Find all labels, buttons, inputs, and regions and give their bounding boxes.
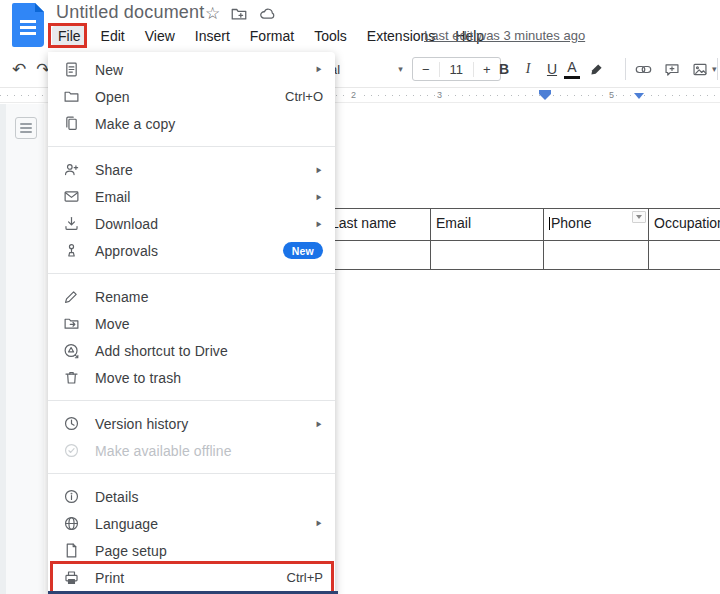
person-add-icon bbox=[62, 161, 80, 179]
table-cell-menu-button[interactable] bbox=[632, 211, 646, 223]
table-cell-empty[interactable] bbox=[431, 241, 544, 269]
menu-item-open[interactable]: Open Ctrl+O bbox=[48, 83, 335, 110]
font-size-decrease-button[interactable]: − bbox=[413, 62, 439, 77]
menu-item-share[interactable]: Share ► bbox=[48, 156, 335, 183]
table-header-occupation[interactable]: Occupation bbox=[649, 209, 720, 241]
menu-view[interactable]: View bbox=[139, 26, 181, 46]
submenu-arrow-icon: ► bbox=[315, 418, 323, 429]
info-icon bbox=[62, 488, 80, 506]
copy-icon bbox=[62, 115, 80, 133]
menu-item-move[interactable]: Move bbox=[48, 310, 335, 337]
menu-separator bbox=[48, 400, 335, 401]
text-color-button[interactable]: A bbox=[564, 59, 580, 79]
page-icon bbox=[62, 542, 80, 560]
document-outline-icon[interactable] bbox=[15, 117, 37, 139]
menu-item-label: Approvals bbox=[95, 243, 283, 259]
insert-image-icon[interactable] bbox=[691, 61, 709, 78]
google-docs-logo-icon[interactable] bbox=[12, 3, 44, 47]
menu-item-move-to-trash[interactable]: Move to trash bbox=[48, 364, 335, 391]
menu-format[interactable]: Format bbox=[244, 26, 300, 46]
folder-open-icon bbox=[62, 88, 80, 106]
table-header-label: Occupation bbox=[654, 215, 720, 231]
table-cell-empty[interactable] bbox=[649, 241, 720, 269]
menu-item-label: Move to trash bbox=[95, 370, 323, 386]
table-header-label: Email bbox=[436, 215, 471, 231]
download-icon bbox=[62, 215, 80, 233]
chevron-down-icon bbox=[636, 215, 642, 219]
menu-item-label: Version history bbox=[95, 416, 315, 432]
submenu-arrow-icon: ► bbox=[315, 191, 323, 202]
menu-item-label: Make available offline bbox=[95, 443, 323, 459]
menu-item-language[interactable]: Language ► bbox=[48, 510, 335, 537]
submenu-arrow-icon: ► bbox=[315, 64, 323, 75]
menu-item-label: Details bbox=[95, 489, 323, 505]
top-bar: Untitled document ☆ File Edit View Inser… bbox=[0, 0, 720, 50]
add-comment-icon[interactable] bbox=[663, 61, 681, 78]
menu-item-rename[interactable]: Rename bbox=[48, 283, 335, 310]
menu-item-new[interactable]: New ► bbox=[48, 56, 335, 83]
toolbar-divider bbox=[625, 58, 626, 80]
insert-image-dropdown-icon[interactable]: ▾ bbox=[712, 64, 717, 74]
document-title[interactable]: Untitled document bbox=[56, 2, 204, 23]
menu-item-label: New bbox=[95, 62, 315, 78]
menu-separator bbox=[48, 273, 335, 274]
submenu-arrow-icon: ► bbox=[315, 518, 323, 529]
insert-link-icon[interactable] bbox=[634, 61, 653, 78]
google-docs-window: Untitled document ☆ File Edit View Inser… bbox=[0, 0, 720, 594]
new-document-icon bbox=[62, 61, 80, 79]
bold-button[interactable]: B bbox=[492, 61, 516, 77]
highlight-pen-icon[interactable] bbox=[588, 61, 605, 78]
menu-item-make-a-copy[interactable]: Make a copy bbox=[48, 110, 335, 137]
menu-item-label: Make a copy bbox=[95, 116, 323, 132]
envelope-icon bbox=[62, 188, 80, 206]
move-folder-icon[interactable] bbox=[230, 5, 248, 23]
menu-item-approvals[interactable]: Approvals New bbox=[48, 237, 335, 264]
menu-item-make-available-offline: Make available offline bbox=[48, 437, 335, 464]
submenu-arrow-icon: ► bbox=[315, 164, 323, 175]
menu-item-page-setup[interactable]: Page setup bbox=[48, 537, 335, 564]
menu-separator bbox=[48, 146, 335, 147]
menu-edit[interactable]: Edit bbox=[95, 26, 131, 46]
file-highlight-box bbox=[48, 23, 87, 48]
document-left-margin bbox=[0, 104, 44, 594]
table-header-email[interactable]: Email bbox=[431, 209, 544, 241]
undo-icon[interactable]: ↶ bbox=[12, 59, 26, 80]
cloud-status-icon[interactable] bbox=[258, 5, 277, 23]
first-line-indent-marker[interactable] bbox=[539, 90, 551, 100]
table-cell-empty[interactable] bbox=[326, 241, 431, 269]
menu-item-details[interactable]: Details bbox=[48, 483, 335, 510]
table-header-phone[interactable]: Phone bbox=[544, 209, 649, 241]
menu-item-label: Rename bbox=[95, 289, 323, 305]
menu-item-shortcut: Ctrl+O bbox=[285, 89, 323, 104]
clock-icon bbox=[62, 415, 80, 433]
underline-button[interactable]: U bbox=[540, 61, 564, 77]
last-edit-link[interactable]: Last edit was 3 minutes ago bbox=[424, 28, 585, 43]
submenu-arrow-icon: ► bbox=[315, 218, 323, 229]
table-header-last-name[interactable]: Last name bbox=[326, 209, 431, 241]
document-table[interactable]: Last name Email Phone Occupation bbox=[325, 208, 720, 270]
menu-separator bbox=[48, 473, 335, 474]
text-cursor bbox=[549, 217, 550, 230]
font-size-value[interactable]: 11 bbox=[439, 62, 475, 77]
menu-item-version-history[interactable]: Version history ► bbox=[48, 410, 335, 437]
star-icon[interactable]: ☆ bbox=[205, 4, 220, 24]
menu-item-email[interactable]: Email ► bbox=[48, 183, 335, 210]
toolbar-divider-2 bbox=[717, 58, 718, 80]
menu-item-download[interactable]: Download ► bbox=[48, 210, 335, 237]
menu-item-label: Email bbox=[95, 189, 315, 205]
text-color-label: A bbox=[567, 59, 576, 75]
menu-item-label: Add shortcut to Drive bbox=[95, 343, 323, 359]
italic-button[interactable]: I bbox=[516, 61, 540, 77]
approval-person-icon bbox=[62, 242, 80, 260]
table-cell-empty[interactable] bbox=[544, 241, 649, 269]
pencil-icon bbox=[62, 288, 80, 306]
menu-insert[interactable]: Insert bbox=[189, 26, 236, 46]
right-indent-marker[interactable] bbox=[634, 93, 644, 99]
file-menu-dropdown: New ► Open Ctrl+O Make a copy Share ► bbox=[48, 52, 335, 594]
table-header-label: Last name bbox=[331, 215, 396, 231]
font-family-select[interactable]: al ▾ bbox=[330, 50, 403, 88]
left-edge-strip bbox=[0, 104, 6, 594]
menu-item-add-shortcut-to-drive[interactable]: Add shortcut to Drive bbox=[48, 337, 335, 364]
menu-tools[interactable]: Tools bbox=[308, 26, 353, 46]
new-badge: New bbox=[283, 242, 323, 259]
